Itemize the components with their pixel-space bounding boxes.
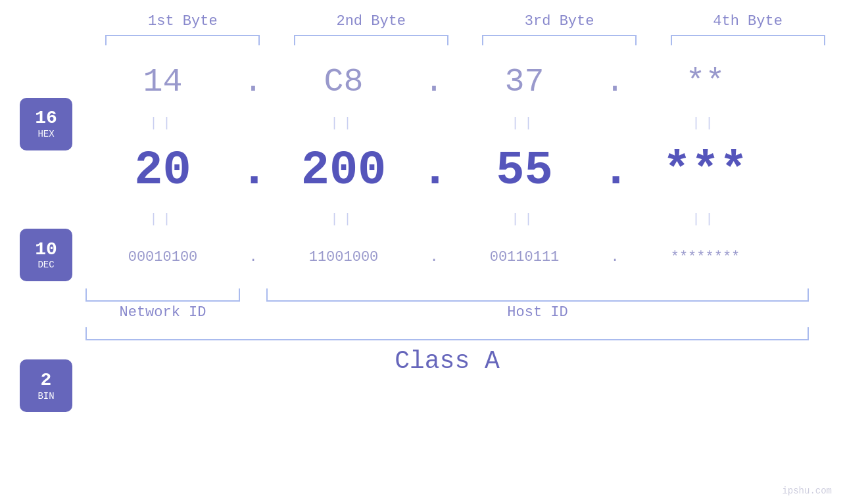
hex-badge: 16 HEX	[20, 98, 72, 150]
host-id-label: Host ID	[266, 304, 809, 321]
hex-number: 16	[35, 108, 57, 129]
full-bracket	[85, 327, 809, 340]
equals-row-2: || || || ||	[85, 207, 809, 231]
dec-badge: 10 DEC	[20, 229, 72, 281]
bin-dot2: .	[421, 249, 447, 265]
byte1-header: 1st Byte	[105, 13, 260, 30]
bin-badge: 2 BIN	[20, 359, 72, 412]
network-id-label: Network ID	[85, 304, 240, 321]
labels-column: 16 HEX 10 DEC 2 BIN	[0, 52, 85, 504]
hex-b1: 14	[85, 63, 240, 101]
bottom-brackets-row	[85, 288, 809, 302]
dec-b3: 55	[447, 144, 602, 198]
dec-dot2: .	[421, 144, 447, 198]
hex-dot1: .	[240, 63, 266, 101]
byte4-header: 4th Byte	[671, 13, 825, 30]
main-grid: 16 HEX 10 DEC 2 BIN 14 . C8	[0, 52, 845, 504]
dec-label: DEC	[37, 260, 54, 270]
bin-b4: ********	[628, 249, 783, 265]
hex-dot3: .	[602, 63, 628, 101]
bin-number: 2	[41, 371, 52, 391]
hex-label: HEX	[37, 129, 54, 139]
values-area: 14 . C8 . 37 . ** || ||	[85, 52, 845, 504]
dec-number: 10	[35, 240, 57, 260]
top-brackets	[104, 35, 827, 45]
hex-b2: C8	[266, 63, 421, 101]
eq1-b1: ||	[85, 116, 240, 131]
eq1-b2: ||	[266, 116, 421, 131]
byte-headers: 1st Byte 2nd Byte 3rd Byte 4th Byte	[104, 13, 827, 30]
class-label: Class A	[85, 347, 809, 375]
hex-b4: **	[628, 63, 783, 101]
bracket-byte3	[482, 35, 637, 45]
hex-dot2: .	[421, 63, 447, 101]
equals-row-1: || || || ||	[85, 111, 809, 135]
full-bottom-bracket-row	[85, 327, 809, 340]
dec-row: 20 . 200 . 55 . ***	[85, 135, 809, 207]
eq2-b1: ||	[85, 212, 240, 227]
bracket-byte1	[105, 35, 260, 45]
dec-b2: 200	[266, 144, 421, 198]
dec-dot3: .	[602, 144, 628, 198]
eq2-b3: ||	[447, 212, 602, 227]
host-bracket	[266, 288, 809, 302]
byte2-header: 2nd Byte	[294, 13, 448, 30]
bin-row: 00010100 . 11001000 . 00110111 . *******…	[85, 231, 809, 283]
bin-b1: 00010100	[85, 249, 240, 265]
eq2-b4: ||	[628, 212, 783, 227]
bin-b2: 11001000	[266, 249, 421, 265]
byte3-header: 3rd Byte	[482, 13, 637, 30]
hex-row: 14 . C8 . 37 . **	[85, 52, 809, 111]
bin-b3: 00110111	[447, 249, 602, 265]
bin-label: BIN	[37, 391, 54, 401]
dec-b4: ***	[628, 144, 783, 198]
main-container: 1st Byte 2nd Byte 3rd Byte 4th Byte 16 H…	[0, 0, 845, 504]
bracket-byte4	[671, 35, 825, 45]
bin-dot3: .	[602, 249, 628, 265]
eq2-b2: ||	[266, 212, 421, 227]
id-labels-row: Network ID Host ID	[85, 304, 809, 321]
eq1-b4: ||	[628, 116, 783, 131]
network-bracket	[85, 288, 240, 302]
hex-b3: 37	[447, 63, 602, 101]
dec-dot1: .	[240, 144, 266, 198]
bracket-byte2	[294, 35, 448, 45]
bin-dot1: .	[240, 249, 266, 265]
watermark: ipshu.com	[782, 486, 832, 496]
eq1-b3: ||	[447, 116, 602, 131]
dec-b1: 20	[85, 144, 240, 198]
